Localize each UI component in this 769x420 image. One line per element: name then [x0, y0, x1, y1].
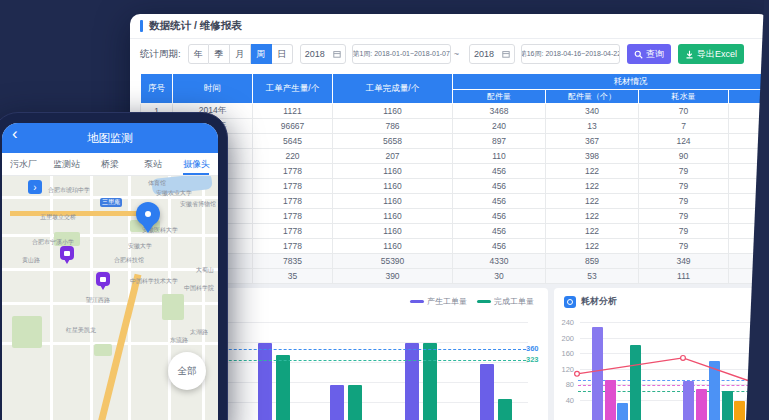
reference-label: 323	[526, 355, 539, 364]
map-label: 安徽农业大学	[156, 189, 192, 198]
period-label: 统计周期:	[140, 48, 181, 61]
table-row: 32016年56455658897367124129	[141, 134, 769, 149]
repair-report-table: 序号时间工单产生量/个工单完成量/个耗材情况配件量配件量（个）耗水量水量 120…	[140, 73, 769, 284]
sub-col-header: 配件量（个）	[546, 90, 639, 104]
phone-tab-泵站[interactable]: 泵站	[132, 153, 175, 175]
export-excel-button[interactable]: 导出Excel	[678, 44, 744, 64]
bar-series-orange	[734, 401, 745, 420]
camera-marker-icon[interactable]	[96, 272, 110, 286]
bar-产生工单量	[330, 385, 344, 420]
phone-tab-摄像头[interactable]: 摄像头	[175, 153, 218, 175]
group-header: 耗材情况	[453, 74, 769, 90]
period-option-月[interactable]: 月	[230, 44, 251, 64]
y-axis-label: 240	[556, 318, 574, 327]
calendar-icon	[502, 50, 510, 58]
search-icon	[634, 50, 643, 59]
col-header: 工单产生量/个	[253, 74, 333, 104]
download-icon	[685, 50, 694, 59]
legend-item: 产生工单量	[410, 296, 467, 307]
bar-产生工单量	[405, 343, 419, 420]
bar-完成工单量	[348, 385, 362, 420]
bar-完成工单量	[276, 355, 290, 420]
table-row: 12014年11211160346834070250	[141, 104, 769, 119]
all-filter-button[interactable]: 全部	[168, 352, 206, 390]
y-axis-label: 200	[556, 334, 574, 343]
map-label: 望江西路	[86, 296, 110, 305]
expand-arrow-button[interactable]: ›	[28, 180, 42, 194]
col-header: 序号	[141, 74, 173, 104]
y-axis-label: 80	[556, 380, 574, 389]
map-label: 安徽大学	[128, 242, 152, 251]
map-park	[162, 294, 184, 320]
y-axis-label: 160	[556, 349, 574, 358]
start-week-input[interactable]: 第1周: 2018-01-01~2018-01-07	[352, 44, 451, 64]
period-option-日[interactable]: 日	[272, 44, 293, 64]
bar-完成工单量	[423, 343, 437, 420]
map-label: 大蜀山	[196, 266, 214, 275]
table-row: 8第4周177811604561227967	[141, 209, 769, 224]
map-label: 三里庵	[100, 198, 122, 207]
right-chart-title: 耗材分析	[581, 295, 617, 308]
map-label: 五里墩立交桥	[40, 213, 76, 222]
legend-swatch	[477, 300, 491, 303]
phone-tab-桥梁[interactable]: 桥梁	[88, 153, 131, 175]
bar-series-blue	[617, 403, 628, 420]
map-road	[2, 268, 218, 271]
query-button[interactable]: 查询	[627, 44, 671, 64]
bar-产生工单量	[480, 364, 494, 420]
start-year-select[interactable]: 2018	[300, 44, 346, 64]
chart-legend: 产生工单量完成工单量	[410, 296, 534, 307]
map-label: 中国科学技术大学	[130, 277, 178, 286]
phone-tab-污水厂[interactable]: 污水厂	[2, 153, 45, 175]
range-separator: ~	[454, 49, 459, 59]
col-header: 时间	[173, 74, 253, 104]
bar-series-green	[722, 391, 733, 420]
map-road	[2, 302, 218, 305]
phone-tab-bar: 污水厂监测站桥梁泵站摄像头	[2, 153, 218, 176]
gridline	[580, 353, 769, 354]
bar-series-green	[630, 345, 641, 420]
map-label: 黄山路	[22, 256, 40, 265]
table-row: 9第5周177811604561227967	[141, 224, 769, 239]
map-label: 合肥市琥珀中学	[48, 186, 90, 195]
phone-app-header: ‹ 地图监测	[2, 123, 218, 153]
table-row: 22015年96667786240137690	[141, 119, 769, 134]
consumables-chart: 耗材分析 2402001601208040	[554, 288, 769, 420]
bar-完成工单量	[498, 399, 512, 420]
back-chevron-icon[interactable]: ‹	[12, 124, 18, 144]
map-road	[2, 234, 218, 237]
breadcrumb: 数据统计 / 维修报表	[130, 14, 769, 39]
phone-tab-监测站[interactable]: 监测站	[45, 153, 88, 175]
filter-bar: 统计周期: 年季月周日 2018 第1周: 2018-01-01~2018-01…	[130, 39, 769, 69]
camera-marker-icon[interactable]	[60, 246, 74, 260]
breadcrumb-text: 数据统计 / 维修报表	[149, 19, 242, 33]
map-park	[94, 344, 112, 356]
end-year-value: 2018	[474, 49, 494, 59]
y-axis-label: 120	[556, 365, 574, 374]
period-segment: 年季月周日	[188, 44, 293, 64]
map-view[interactable]: › 全部 体育馆安徽农业大学安徽省博物馆合肥市琥珀中学三里庵五里墩立交桥安徽医科…	[2, 176, 218, 420]
sub-col-header: 耗水量	[639, 90, 729, 104]
table-row: 6第2周177811604561227967	[141, 179, 769, 194]
y-axis-label: 40	[556, 396, 574, 405]
gridline	[580, 369, 769, 370]
bar-series-blue	[709, 361, 720, 420]
period-option-周[interactable]: 周	[251, 44, 272, 64]
selected-location-pin-icon[interactable]	[136, 202, 160, 226]
breadcrumb-accent-bar	[140, 20, 143, 32]
table-row: 10第6周177811604561227967	[141, 239, 769, 254]
gridline	[580, 338, 769, 339]
end-week-input[interactable]: 第16周: 2018-04-16~2018-04-22	[521, 44, 620, 64]
bar-series-purple	[592, 327, 603, 420]
map-label: 中国科学院	[184, 284, 214, 293]
period-option-季[interactable]: 季	[209, 44, 230, 64]
period-option-年[interactable]: 年	[188, 44, 209, 64]
map-label: 太湖路	[190, 328, 208, 337]
table-row: 7第3周177811604561227967	[141, 194, 769, 209]
legend-swatch	[410, 300, 424, 303]
phone-screen: ‹ 地图监测 污水厂监测站桥梁泵站摄像头	[2, 123, 218, 420]
map-label: 合肥科技馆	[114, 256, 144, 265]
legend-item: 完成工单量	[477, 296, 534, 307]
end-year-select[interactable]: 2018	[469, 44, 515, 64]
chart-icon	[564, 296, 576, 308]
